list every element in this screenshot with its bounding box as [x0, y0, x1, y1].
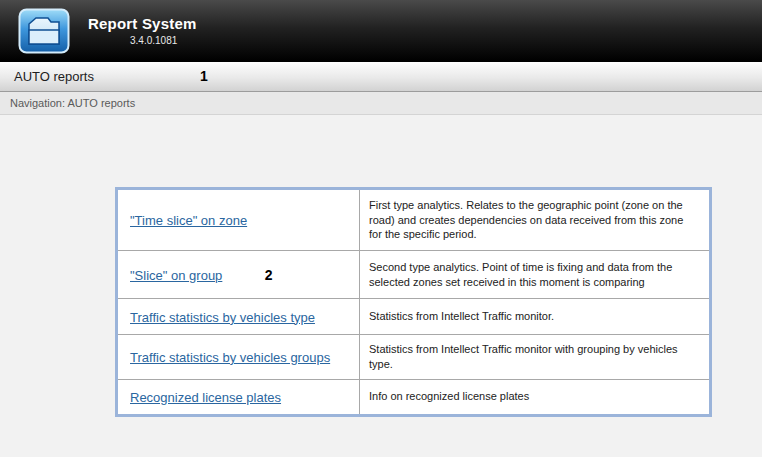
app-title: Report System [88, 15, 196, 32]
title-block: Report System 3.4.0.1081 [88, 15, 196, 46]
link-traffic-statistics-by-vehicles-groups[interactable]: Traffic statistics by vehicles groups [130, 350, 330, 365]
link-slice-on-group[interactable]: "Slice" on group [130, 268, 222, 283]
app-version: 3.4.0.1081 [88, 35, 196, 46]
report-description: First type analytics. Relates to the geo… [360, 189, 711, 251]
annotation-marker-1: 1 [200, 68, 208, 84]
table-row: "Time slice" on zone First type analytic… [117, 189, 711, 251]
table-row: "Slice" on group 2 Second type analytics… [117, 251, 711, 299]
link-recognized-license-plates[interactable]: Recognized license plates [130, 390, 281, 405]
table-row: Recognized license plates Info on recogn… [117, 379, 711, 415]
report-description: Statistics from Intellect Traffic monito… [360, 299, 711, 335]
breadcrumb-bar: Navigation: AUTO reports [0, 92, 762, 115]
report-system-folder-icon [18, 8, 70, 54]
app-header: Report System 3.4.0.1081 [0, 0, 762, 62]
annotation-marker-2: 2 [265, 267, 273, 283]
report-description: Statistics from Intellect Traffic monito… [360, 335, 711, 380]
report-description: Second type analytics. Point of time is … [360, 251, 711, 299]
table-row: Traffic statistics by vehicles type Stat… [117, 299, 711, 335]
main-content: "Time slice" on zone First type analytic… [0, 187, 762, 457]
report-description: Info on recognized license plates [360, 379, 711, 415]
breadcrumb: Navigation: AUTO reports [10, 97, 135, 109]
menu-bar: AUTO reports 1 [0, 62, 762, 92]
menu-item-auto-reports[interactable]: AUTO reports [14, 69, 94, 84]
link-traffic-statistics-by-vehicles-type[interactable]: Traffic statistics by vehicles type [130, 310, 315, 325]
reports-table: "Time slice" on zone First type analytic… [115, 187, 712, 417]
table-row: Traffic statistics by vehicles groups St… [117, 335, 711, 380]
link-time-slice-on-zone[interactable]: "Time slice" on zone [130, 213, 247, 228]
